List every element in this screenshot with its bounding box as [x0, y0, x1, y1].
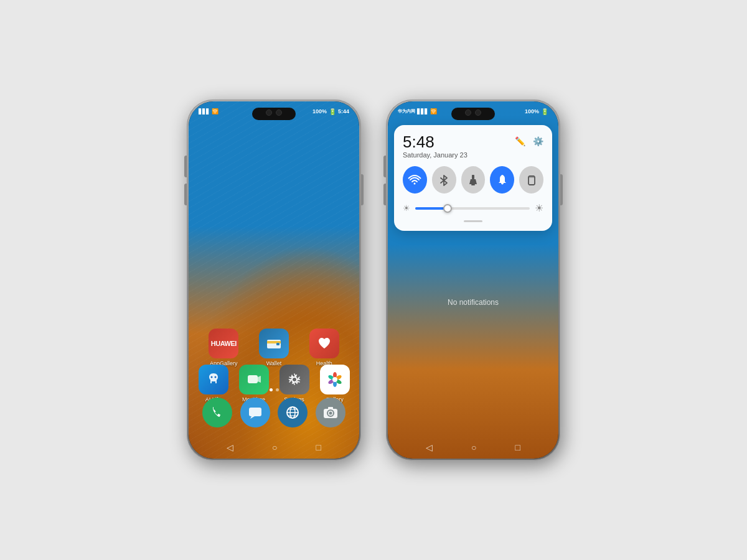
dot-1: [270, 388, 273, 391]
app-grid: HUAWEI AppGallery Wallet: [189, 329, 359, 366]
camera-lens-2: [276, 110, 282, 116]
status-right-2: 100% 🔋: [525, 108, 548, 115]
appgallery-icon: HUAWEI: [209, 329, 238, 358]
battery-icon-2: 🔋: [541, 108, 548, 115]
settings-panel-icon[interactable]: ⚙️: [533, 136, 543, 146]
no-notifications-text: No notifications: [448, 298, 499, 307]
svg-point-15: [332, 377, 337, 382]
brightness-fill: [415, 207, 448, 210]
nav-home-2[interactable]: ○: [471, 442, 476, 452]
brightness-track[interactable]: [415, 207, 530, 210]
app-health[interactable]: Health: [301, 329, 347, 366]
svg-rect-28: [472, 175, 474, 179]
tile-wifi[interactable]: [403, 166, 427, 194]
svg-rect-32: [529, 176, 535, 178]
svg-rect-26: [328, 407, 333, 409]
no-notifications: No notifications: [388, 298, 558, 307]
nav-recents[interactable]: □: [316, 442, 321, 452]
app-settings[interactable]: Settings: [276, 365, 312, 403]
front-cameras: [266, 110, 282, 116]
svg-point-25: [329, 412, 332, 415]
health-icon: [309, 329, 339, 358]
notification-screen: 华为内网 ▋▋▋ 🛜 100% 🔋 5:48 Saturday, January…: [388, 101, 558, 459]
status-left-2: 华为内网 ▋▋▋ 🛜: [398, 108, 437, 114]
nav-bar-2: ◁ ○ □: [388, 442, 558, 452]
panel-date: Saturday, January 23: [403, 151, 467, 159]
battery-icon: 🔋: [329, 108, 336, 115]
svg-point-7: [292, 377, 297, 382]
status-left: ▋▋▋ 🛜: [199, 108, 218, 114]
tile-bluetooth[interactable]: [432, 166, 456, 194]
svg-rect-5: [248, 375, 258, 383]
battery-text: 100%: [312, 108, 327, 114]
dock-browser[interactable]: [278, 398, 308, 427]
app-ailife[interactable]: AI Life: [195, 365, 232, 403]
wifi-icon: 🛜: [212, 108, 218, 114]
wifi-icon-2: 🛜: [430, 108, 437, 114]
front-cameras-2: [465, 110, 481, 116]
dock-camera[interactable]: [316, 398, 345, 427]
power-button-2[interactable]: [560, 174, 563, 205]
volume-down-button[interactable]: [184, 184, 187, 205]
battery-text-2: 100%: [525, 108, 539, 114]
svg-marker-29: [469, 179, 477, 184]
edit-icon[interactable]: ✏️: [515, 136, 525, 146]
dock-phone[interactable]: [202, 398, 232, 427]
carrier-text: 华为内网: [398, 108, 415, 114]
svg-point-27: [414, 183, 416, 185]
svg-point-3: [210, 376, 212, 378]
camera-lens-1: [266, 110, 272, 116]
tile-flashlight[interactable]: [461, 166, 486, 194]
svg-marker-6: [258, 376, 261, 383]
panel-handle[interactable]: [464, 220, 482, 222]
tile-rotate[interactable]: [519, 166, 543, 194]
tile-bell[interactable]: [490, 166, 514, 194]
camera-lens-4: [475, 110, 481, 116]
power-button[interactable]: [361, 174, 364, 205]
nav-home[interactable]: ○: [272, 442, 277, 452]
app-appgallery[interactable]: HUAWEI AppGallery: [201, 329, 247, 366]
nav-bar: ◁ ○ □: [189, 442, 359, 452]
nav-back[interactable]: ◁: [227, 442, 233, 452]
volume-up-button[interactable]: [184, 156, 187, 177]
nav-recents-2[interactable]: □: [515, 442, 520, 452]
panel-header: 5:48 Saturday, January 23 ✏️ ⚙️: [403, 134, 543, 159]
phone-1: ▋▋▋ 🛜 100% 🔋 5:44 HUAWEI AppGallery: [187, 100, 361, 460]
page-dots: [189, 388, 359, 391]
dock: [189, 398, 359, 427]
time-display: 5:44: [338, 108, 349, 114]
svg-rect-2: [276, 343, 280, 345]
wallet-icon: [259, 329, 289, 358]
brightness-row: ☀ ☀: [403, 202, 543, 214]
app-gallery[interactable]: Gallery: [316, 365, 353, 403]
app-meetime[interactable]: MeeTime: [235, 365, 272, 403]
home-screen: ▋▋▋ 🛜 100% 🔋 5:44 HUAWEI AppGallery: [189, 101, 359, 459]
svg-point-4: [214, 376, 216, 378]
svg-rect-30: [471, 184, 475, 185]
volume-up-button-2[interactable]: [383, 156, 386, 177]
phone-2: 华为内网 ▋▋▋ 🛜 100% 🔋 5:48 Saturday, January…: [386, 100, 560, 460]
panel-controls: ✏️ ⚙️: [515, 136, 543, 146]
brightness-thumb[interactable]: [443, 204, 452, 213]
volume-down-button-2[interactable]: [383, 184, 386, 205]
panel-time: 5:48: [403, 134, 467, 150]
status-right: 100% 🔋 5:44: [312, 108, 349, 115]
camera-lens-3: [465, 110, 471, 116]
brightness-low-icon: ☀: [403, 203, 410, 213]
svg-rect-16: [249, 408, 261, 416]
notification-panel: 5:48 Saturday, January 23 ✏️ ⚙️: [394, 125, 552, 231]
signal-icon: ▋▋▋: [199, 109, 210, 114]
dock-messages[interactable]: [240, 398, 270, 427]
svg-marker-17: [250, 416, 255, 419]
dot-2: [276, 388, 279, 391]
brightness-high-icon: ☀: [535, 202, 543, 214]
quick-tiles: [403, 166, 543, 194]
app-wallet[interactable]: Wallet: [251, 329, 297, 366]
panel-time-date: 5:48 Saturday, January 23: [403, 134, 467, 159]
nav-back-2[interactable]: ◁: [426, 442, 433, 452]
signal-icon-2: ▋▋▋: [417, 109, 428, 114]
